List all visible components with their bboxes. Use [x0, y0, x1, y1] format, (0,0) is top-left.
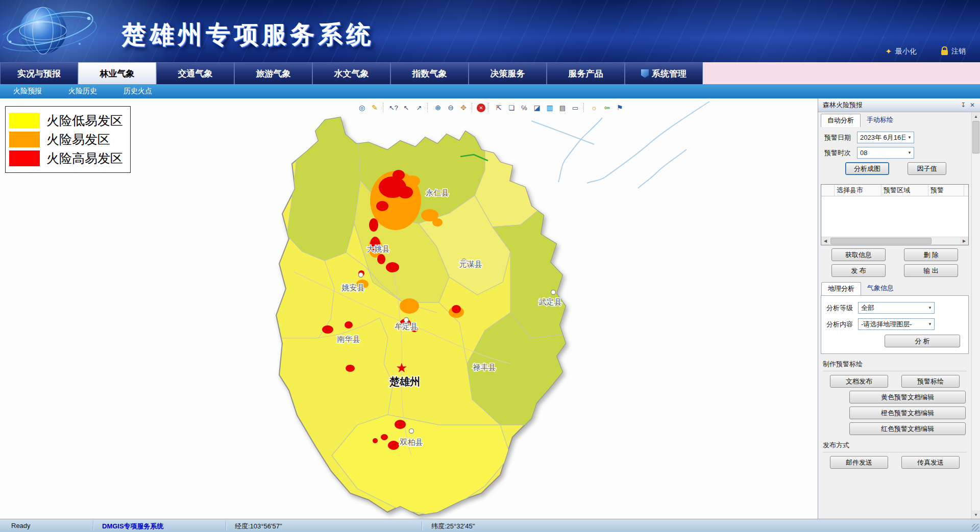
scale-icon[interactable]: ℅ [519, 102, 530, 113]
bar-chart-icon[interactable]: ▥ [544, 102, 555, 113]
tab-weather-info[interactable]: 气象信息 [861, 282, 900, 295]
tab-label: 旅游气象 [256, 68, 291, 80]
analysis-level-select[interactable]: 全部 ▼ [858, 302, 935, 314]
region-northwest-strip [287, 114, 360, 261]
hscroll-thumb[interactable] [830, 238, 932, 244]
pan-icon[interactable]: ✥ [458, 102, 469, 113]
close-icon[interactable]: ✕ [968, 100, 977, 110]
toolbar-separator [583, 103, 586, 112]
status-bar: Ready DMGIS专项服务系统 经度:103°56'57" 纬度:25°32… [0, 519, 980, 532]
tab-label: 交通气象 [178, 68, 213, 80]
factor-value-button[interactable]: 因子值 [908, 162, 946, 175]
tab-label: 水文气象 [334, 68, 369, 80]
scroll-right-icon[interactable]: ▶ [960, 237, 968, 245]
submenu-fire-forecast[interactable]: 火险预报 [13, 87, 42, 96]
analysis-content-select[interactable]: -请选择地理图层- ▼ [858, 318, 935, 330]
chevron-down-icon: ▼ [926, 322, 934, 326]
mail-send-button[interactable]: 邮件发送 [830, 456, 888, 469]
grid-hscrollbar[interactable]: ◀ ▶ [821, 237, 968, 245]
analysis-level-label: 分析等级 [826, 303, 858, 313]
warning-grid[interactable]: 选择县市 预警区域 预警 ◀ ▶ [821, 184, 969, 245]
toolbar-separator [427, 103, 430, 112]
analysis-tabs: 地理分析 气象信息 [821, 282, 971, 295]
tab-traffic-weather[interactable]: 交通气象 [156, 62, 234, 84]
fax-send-button[interactable]: 传真发送 [901, 456, 960, 469]
profile-chart-icon[interactable]: ◪ [531, 102, 543, 113]
doc-publish-button[interactable]: 文档发布 [830, 375, 888, 388]
tab-label: 系统管理 [652, 68, 687, 80]
tab-auto-analysis[interactable]: 自动分析 [821, 114, 861, 127]
grid-header: 选择县市 预警区域 预警 [821, 185, 968, 196]
print-icon[interactable]: ▤ [557, 102, 568, 113]
delete-button[interactable]: 删 除 [904, 248, 958, 261]
window-icon[interactable]: ❏ [506, 102, 517, 113]
panel-body: 自动分析 手动标绘 预警日期 2023年 6月16日 ▼ 预警时次 [818, 112, 971, 519]
status-system-link[interactable]: DMGIS专项服务系统 [102, 522, 164, 531]
red-doc-edit-button[interactable]: 红色预警文档编辑 [849, 422, 966, 435]
pin-icon[interactable]: ↧ [959, 100, 968, 110]
tab-manual-plot[interactable]: 手动标绘 [861, 114, 899, 127]
zoom-out-icon[interactable]: ⊖ [445, 102, 456, 113]
bulb-icon[interactable]: ☼ [589, 102, 600, 113]
plot-group: 制作预警标绘 文档发布 预警标绘 黄色预警文档编辑 橙色预警文档编辑 红色预警文… [823, 360, 967, 435]
map-toolbar: ◎ ✎ ↖? ↖ ↗ ⊕ ⊖ ✥ ✕ ⇱ ❏ ℅ ◪ ▥ ▤ ▭ [356, 101, 625, 114]
panel-vscrollbar[interactable]: ▲ ▼ [971, 112, 980, 519]
map-pane: ◎ ✎ ↖? ↖ ↗ ⊕ ⊖ ✥ ✕ ⇱ ❏ ℅ ◪ ▥ ▤ ▭ [0, 98, 818, 519]
tab-forestry-weather[interactable]: 林业气象 [78, 62, 156, 84]
yellow-doc-edit-button[interactable]: 黄色预警文档编辑 [849, 391, 966, 403]
minimize-button[interactable]: ✦ 最小化 [885, 47, 917, 56]
orange-doc-edit-button[interactable]: 橙色预警文档编辑 [849, 407, 966, 419]
tab-index-weather[interactable]: 指数气象 [390, 62, 469, 84]
get-info-button[interactable]: 获取信息 [831, 248, 886, 261]
warning-date-select[interactable]: 2023年 6月16日 ▼ [857, 132, 914, 143]
tab-service-products[interactable]: 服务产品 [547, 62, 625, 84]
globe-icon[interactable]: ◎ [356, 102, 368, 113]
tab-label: 实况与预报 [17, 68, 61, 80]
stop-icon[interactable]: ✕ [477, 104, 485, 112]
zoom-in-icon[interactable]: ⊕ [432, 102, 444, 113]
logout-button[interactable]: 注销 [941, 47, 966, 56]
scroll-up-icon[interactable]: ▲ [972, 112, 980, 120]
hotlink-icon[interactable]: ↗ [413, 102, 425, 113]
status-longitude: 经度:103°56'57" [235, 522, 282, 531]
warning-plot-button[interactable]: 预警标绘 [901, 375, 960, 388]
resize-grip[interactable] [972, 524, 979, 531]
tab-hydrology-weather[interactable]: 水文气象 [312, 62, 390, 84]
scroll-left-icon[interactable]: ◀ [821, 237, 829, 245]
submenu-historic-firepoints[interactable]: 历史火点 [124, 87, 152, 96]
pointer-icon[interactable]: ↖ [401, 102, 412, 113]
warning-time-select[interactable]: 08 ▼ [857, 147, 914, 159]
lock-icon [941, 50, 948, 55]
tab-label: 指数气象 [412, 68, 447, 80]
county-label-wuding: 武定县 [539, 297, 562, 306]
vscroll-thumb[interactable] [972, 121, 979, 154]
county-label-nanhua: 南华县 [337, 335, 360, 343]
ruler-icon[interactable]: ▭ [570, 102, 581, 113]
tab-geo-analysis[interactable]: 地理分析 [821, 282, 861, 295]
tab-tourism-weather[interactable]: 旅游气象 [234, 62, 312, 84]
analyze-button[interactable]: 分 析 [885, 335, 960, 347]
county-label-lufeng: 禄丰县 [473, 363, 496, 371]
scroll-down-icon[interactable]: ▼ [972, 511, 980, 519]
full-extent-icon[interactable]: ⇱ [493, 102, 504, 113]
identify-icon[interactable]: ↖? [388, 102, 399, 113]
tab-decision-service[interactable]: 决策服务 [469, 62, 547, 84]
tab-label: 服务产品 [569, 68, 603, 80]
measure-icon[interactable]: ✎ [369, 102, 380, 113]
publish-mode-title: 发布方式 [823, 441, 967, 452]
status-separator [226, 521, 227, 530]
legend-label: 火险低易发区 [46, 112, 123, 129]
submenu-fire-history[interactable]: 火险历史 [68, 87, 97, 96]
warning-form: 预警日期 2023年 6月16日 ▼ 预警时次 08 ▼ [818, 127, 971, 180]
output-button[interactable]: 输 出 [904, 264, 958, 277]
legend-label: 火险易发区 [46, 131, 110, 148]
globe-logo [3, 1, 120, 61]
tab-system-management[interactable]: 系统管理 [625, 62, 703, 84]
legend-row: 火险易发区 [9, 131, 123, 148]
back-icon[interactable]: ⇦ [601, 102, 612, 113]
publish-button[interactable]: 发 布 [831, 264, 886, 277]
forest-fire-panel: 森林火险预报 ↧ ✕ 自动分析 手动标绘 预警日期 2023年 6月16日 [818, 98, 980, 519]
route-icon[interactable]: ⚑ [614, 102, 625, 113]
tab-realtime-forecast[interactable]: 实况与预报 [0, 62, 78, 84]
analyze-map-button[interactable]: 分析成图 [845, 162, 889, 175]
